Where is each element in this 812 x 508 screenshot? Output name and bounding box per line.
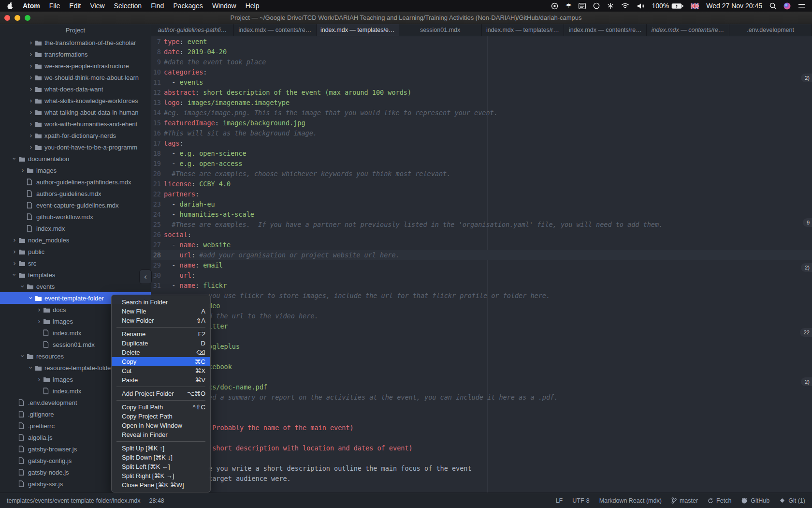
- tab-index-mdx-contents-re[interactable]: index.mdx — contents/re…: [647, 24, 729, 36]
- tab-index-mdx-contents-re[interactable]: index.mdx — contents/re…: [564, 24, 647, 36]
- grammar-indicator[interactable]: Markdown React (mdx): [599, 497, 662, 504]
- tree-item-work-with-ehumanities-and-eherit[interactable]: ›work-with-ehumanities-and-eherit: [0, 118, 151, 130]
- context-menu-item-split-right-k[interactable]: Split Right [⌘K →]: [112, 471, 210, 480]
- context-menu-item-paste[interactable]: Paste⌘V: [112, 375, 210, 385]
- context-menu-item-open-in-new-window[interactable]: Open in New Window: [112, 421, 210, 430]
- folder-icon: [43, 307, 53, 313]
- tree-item-author-guidelines-pathfinders-mdx[interactable]: author-guidelines-pathfinders.mdx: [0, 176, 151, 188]
- tree-item-github-workflow-mdx[interactable]: github-workflow.mdx: [0, 211, 151, 223]
- tree-item-we-should-think-more-about-learn[interactable]: ›we-should-think-more-about-learn: [0, 72, 151, 83]
- context-menu-item-split-up-k[interactable]: Split Up [⌘K ↑]: [112, 444, 210, 453]
- menu-help[interactable]: Help: [246, 2, 260, 10]
- status-circle-icon[interactable]: [551, 2, 558, 10]
- context-menu-item-rename[interactable]: RenameF2: [112, 329, 210, 339]
- tree-item-templates[interactable]: ›templates: [0, 269, 151, 281]
- tab-session01-mdx[interactable]: session01.mdx: [399, 24, 482, 36]
- volume-icon[interactable]: [637, 3, 644, 9]
- tree-item-what-does-data-want[interactable]: ›what-does-data-want: [0, 83, 151, 95]
- cursor-position[interactable]: 28:48: [149, 497, 164, 504]
- tree-item-what-skills-knowledge-workforces[interactable]: ›what-skills-knowledge-workforces: [0, 95, 151, 106]
- context-menu-item-split-down-k[interactable]: Split Down [⌘K ↓]: [112, 453, 210, 462]
- menu-selection[interactable]: Selection: [114, 2, 142, 10]
- code-line: (Probably the name of the main event): [151, 423, 812, 433]
- tree-item-public[interactable]: ›public: [0, 246, 151, 257]
- context-menu-item-duplicate[interactable]: DuplicateD: [112, 339, 210, 348]
- menu-item-shortcut: D: [201, 339, 205, 348]
- menu-window[interactable]: Window: [212, 2, 236, 10]
- fetch-button[interactable]: Fetch: [708, 497, 731, 504]
- tree-item-you-dont-have-to-be-a-programm[interactable]: ›you-dont-have-to-be-a-programm: [0, 141, 151, 153]
- active-file-path[interactable]: templates/events/event-template-folder/i…: [7, 497, 141, 504]
- menu-file[interactable]: File: [49, 2, 60, 10]
- tree-item-label: author-guidelines-pathfinders.mdx: [36, 179, 131, 186]
- menu-view[interactable]: View: [90, 2, 104, 10]
- circle-outline-icon[interactable]: [593, 2, 600, 9]
- menu-find[interactable]: Find: [151, 2, 164, 10]
- line-text: #This will sit as the background image.: [164, 128, 317, 138]
- tree-item-we-are-a-people-infrastructure[interactable]: ›we-are-a-people-infrastructure: [0, 60, 151, 72]
- context-menu-item-add-project-folder[interactable]: Add Project Folder⌥⌘O: [112, 389, 210, 398]
- tab-author-guidelines-pathfi[interactable]: author-guidelines-pathfi…: [151, 24, 234, 36]
- context-menu-item-search-in-folder[interactable]: Search in Folder: [112, 298, 210, 307]
- asterisk-fan-icon[interactable]: [607, 2, 614, 9]
- tab-env-development[interactable]: .env.development: [729, 24, 812, 36]
- tree-item-transformations[interactable]: ›transformations: [0, 48, 151, 60]
- context-menu-item-split-left-k[interactable]: Split Left [⌘K ←]: [112, 462, 210, 471]
- code-line: target audience were.: [151, 474, 812, 484]
- tree-item-authors-guidelines-mdx[interactable]: authors-guidelines.mdx: [0, 188, 151, 199]
- context-menu-item-cut[interactable]: Cut⌘X: [112, 366, 210, 375]
- text-editor[interactable]: 7type: event8date: 2019-04-209#date the …: [151, 36, 812, 493]
- menu-item-shortcut: ⌘C: [195, 357, 205, 366]
- battery-indicator[interactable]: 100%: [652, 2, 683, 10]
- menu-bar-clock[interactable]: Wed 27 Nov 20:45: [706, 2, 762, 10]
- context-menu-item-delete[interactable]: Delete⌫: [112, 348, 210, 357]
- code-line: 19 - e.g. open-access: [151, 159, 812, 169]
- tab-label: index.mdx — contents/re…: [569, 27, 642, 33]
- context-menu-item-copy-project-path[interactable]: Copy Project Path: [112, 412, 210, 421]
- window-grid-icon[interactable]: [579, 3, 586, 9]
- line-text: - e.g. open-access: [164, 159, 243, 169]
- wifi-icon[interactable]: [621, 3, 629, 9]
- notification-center-icon[interactable]: [798, 3, 805, 9]
- tree-item-node-modules[interactable]: ›node_modules: [0, 234, 151, 246]
- tree-item-the-transformation-of-the-scholar[interactable]: ›the-transformation-of-the-scholar: [0, 37, 151, 48]
- keyboard-layout-flag-icon[interactable]: [691, 3, 699, 9]
- edge-badge: 2): [801, 377, 812, 386]
- tree-item-events[interactable]: ›events: [0, 281, 151, 292]
- tree-item-xpath-for-dictionary-nerds[interactable]: ›xpath-for-dictionary-nerds: [0, 130, 151, 141]
- menu-edit[interactable]: Edit: [69, 2, 81, 10]
- umbrella-icon[interactable]: ☂: [566, 2, 572, 9]
- apple-menu-icon[interactable]: [7, 2, 14, 10]
- tab-index-mdx-contents-re[interactable]: index.mdx — contents/re…: [234, 24, 317, 36]
- git-branch-indicator[interactable]: master: [671, 497, 698, 504]
- github-panel-toggle[interactable]: GitHub: [741, 497, 769, 504]
- context-menu-item-copy-full-path[interactable]: Copy Full Path^⇧C: [112, 403, 210, 412]
- context-menu-item-new-file[interactable]: New FileA: [112, 307, 210, 316]
- git-panel-toggle[interactable]: Git (1): [779, 497, 805, 504]
- menu-packages[interactable]: Packages: [173, 2, 203, 10]
- tree-item-images[interactable]: ›images: [0, 164, 151, 176]
- context-menu-item-copy[interactable]: Copy⌘C: [112, 357, 210, 366]
- context-menu-item-reveal-in-finder[interactable]: Reveal in Finder: [112, 430, 210, 439]
- tab-index-mdx-templates-e[interactable]: index.mdx — templates/e…: [317, 24, 399, 36]
- tab-index-mdx-templates-r[interactable]: index.mdx — templates/r…: [482, 24, 565, 36]
- context-menu-item-close-pane-k-w[interactable]: Close Pane [⌘K ⌘W]: [112, 480, 210, 490]
- siri-icon[interactable]: [783, 2, 791, 10]
- menu-atom[interactable]: Atom: [23, 2, 40, 10]
- panel-collapse-button[interactable]: ‹: [139, 269, 152, 284]
- line-ending-indicator[interactable]: LF: [556, 497, 563, 504]
- tree-item-src[interactable]: ›src: [0, 257, 151, 269]
- folder-icon: [18, 260, 28, 267]
- tree-item-index-mdx[interactable]: index.mdx: [0, 223, 151, 234]
- spotlight-search-icon[interactable]: [769, 2, 776, 9]
- tree-item-event-capture-guidelines-mdx[interactable]: event-capture-guidelines.mdx: [0, 199, 151, 211]
- tree-item-what-talking-about-data-in-human[interactable]: ›what-talking-about-data-in-human: [0, 106, 151, 118]
- encoding-indicator[interactable]: UTF-8: [572, 497, 589, 504]
- tree-item-documentation[interactable]: ›documentation: [0, 153, 151, 164]
- window-title-bar[interactable]: Project — ~/Google Drive/TCD Work/DARIAH…: [0, 12, 812, 24]
- tree-item-label: we-should-think-more-about-learn: [44, 74, 139, 81]
- code-line: 14#eg. images/image.png. This is the ima…: [151, 108, 812, 118]
- macos-menu-bar: AtomFileEditViewSelectionFindPackagesWin…: [0, 0, 812, 12]
- chevron-right-icon: ›: [27, 132, 35, 139]
- context-menu-item-new-folder[interactable]: New Folder⇧A: [112, 316, 210, 325]
